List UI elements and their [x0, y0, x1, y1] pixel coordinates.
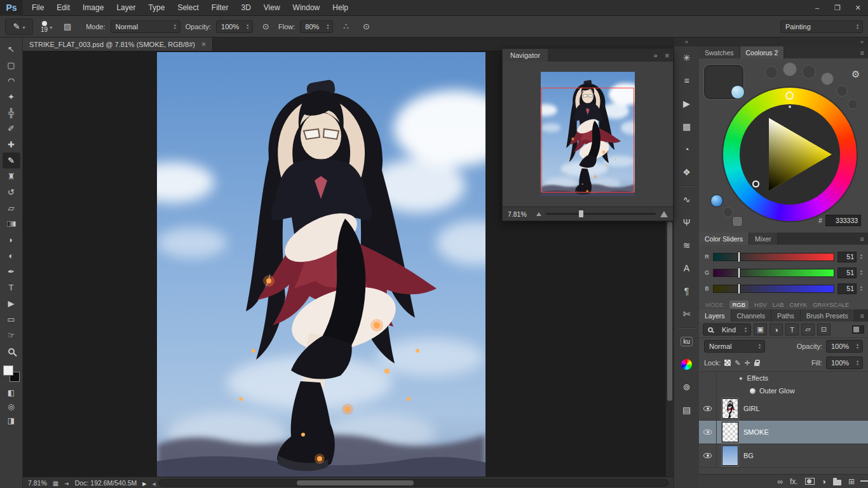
layer-row-smoke[interactable]: SMOKE	[699, 421, 868, 444]
layer-name[interactable]: GIRL	[743, 405, 760, 412]
outer-glow-row[interactable]: Outer Glow	[699, 384, 868, 397]
menu-type[interactable]: Type	[142, 1, 171, 15]
stepper-arrows-icon[interactable]	[860, 269, 863, 276]
layer-visibility-eye-icon[interactable]	[703, 430, 712, 435]
pen-tool[interactable]: ✒	[3, 264, 20, 280]
menu-view[interactable]: View	[257, 1, 287, 15]
tab-swatches[interactable]: Swatches	[699, 46, 740, 58]
fill-select[interactable]: 100%	[826, 356, 863, 369]
effects-row[interactable]: Effects	[699, 372, 868, 384]
menu-image[interactable]: Image	[76, 1, 110, 15]
layer-style-button[interactable]: fx.	[790, 477, 798, 486]
brush-tool[interactable]: ✎	[3, 152, 20, 168]
navigator-tab[interactable]: Navigator	[503, 49, 548, 62]
dock-icon-character[interactable]: A	[677, 259, 697, 277]
red-slider[interactable]	[713, 253, 834, 261]
eraser-tool[interactable]: ▱	[3, 200, 20, 216]
shape-tool[interactable]: ▭	[3, 311, 20, 327]
add-layer-mask-button[interactable]	[805, 478, 815, 485]
navigator-preview[interactable]	[541, 72, 635, 196]
filter-adjustment-layers-button[interactable]: ◑	[770, 323, 783, 336]
sphere-preview-swatch[interactable]	[710, 194, 723, 207]
tab-coolorus[interactable]: Coolorus 2	[740, 46, 785, 58]
dock-icon-clone-source[interactable]: ✄	[677, 305, 697, 323]
layer-visibility-eye-icon[interactable]	[703, 453, 712, 458]
color-swatches[interactable]	[3, 365, 20, 382]
layer-row-bg[interactable]: BG	[699, 444, 868, 468]
saturation-triangle[interactable]	[740, 105, 839, 204]
minimize-button[interactable]: –	[807, 1, 827, 15]
stepper-arrows-icon[interactable]	[860, 254, 863, 260]
lasso-tool[interactable]: ◠	[3, 73, 20, 89]
green-slider-thumb[interactable]	[738, 268, 740, 278]
link-layers-button[interactable]: ∞	[777, 477, 783, 486]
lock-transparency-icon[interactable]	[724, 360, 731, 366]
eyedropper-tool[interactable]: ✐	[3, 121, 20, 137]
screen-mode-button[interactable]: ◨	[3, 414, 20, 428]
layer-thumbnail[interactable]	[722, 445, 738, 466]
collapse-dock-icon[interactable]	[699, 37, 868, 46]
filter-pixel-layers-button[interactable]: ▣	[754, 323, 767, 336]
tab-color-sliders[interactable]: Color Sliders	[699, 233, 749, 245]
menu-edit[interactable]: Edit	[50, 1, 76, 15]
color-marker[interactable]	[752, 180, 759, 187]
panel-menu-icon[interactable]	[661, 49, 673, 62]
menu-3d[interactable]: 3D	[234, 1, 257, 15]
mode-hsv[interactable]: HSV	[754, 301, 767, 308]
tab-channels[interactable]: Channels	[731, 309, 771, 322]
blur-tool[interactable]: ◗	[3, 232, 20, 248]
blue-slider-thumb[interactable]	[738, 283, 740, 294]
marquee-tool[interactable]: ▢	[3, 57, 20, 73]
dock-icon-color-themes[interactable]	[677, 355, 697, 373]
hue-marker[interactable]	[785, 92, 794, 100]
dock-icon-kuler[interactable]: ku	[677, 332, 697, 350]
color-variation-swatch[interactable]	[802, 65, 816, 79]
restore-button[interactable]: ❐	[827, 1, 848, 15]
rounded-swatch[interactable]	[732, 216, 743, 227]
navigator-zoom-field[interactable]: 7.81%	[508, 210, 532, 218]
scroll-left-icon[interactable]	[152, 479, 155, 487]
tab-mixer[interactable]: Mixer	[749, 233, 778, 245]
move-tool[interactable]: ↖	[3, 41, 20, 57]
lock-position-icon[interactable]: ✛	[745, 360, 750, 367]
healing-brush-tool[interactable]: ✚	[3, 137, 20, 152]
menu-filter[interactable]: Filter	[205, 1, 235, 15]
magic-wand-tool[interactable]: ✦	[3, 89, 20, 105]
horizontal-scrollbar-thumb[interactable]	[297, 480, 414, 485]
mode-lab[interactable]: LAB	[773, 301, 784, 308]
blend-mode-select[interactable]: Normal	[111, 20, 180, 33]
green-value-field[interactable]: 51	[837, 268, 857, 278]
dock-icon-mini-bridge[interactable]: ⊚	[677, 378, 697, 396]
publish-status-icon[interactable]	[64, 479, 69, 487]
status-expand-icon[interactable]	[142, 479, 146, 487]
tab-brush-presets[interactable]: Brush Presets	[801, 309, 855, 322]
filter-type-layers-button[interactable]: T	[785, 323, 799, 336]
workspace-select[interactable]: Painting	[780, 20, 863, 33]
hex-color-field[interactable]: 333333	[825, 215, 861, 226]
red-value-field[interactable]: 51	[837, 252, 857, 262]
mode-cmyk[interactable]: CMYK	[790, 301, 807, 308]
dock-icon-tool-presets[interactable]: Ψ	[677, 214, 697, 231]
dodge-tool[interactable]: ◐	[3, 248, 20, 264]
layer-thumbnail[interactable]	[722, 422, 738, 442]
expand-dock-icon[interactable]	[674, 37, 699, 46]
menu-layer[interactable]: Layer	[110, 1, 142, 15]
brush-preset-picker[interactable]: 19	[38, 20, 55, 34]
dock-icon-styles[interactable]: ❖	[677, 163, 697, 181]
color-variation-swatch[interactable]	[836, 85, 848, 97]
document-canvas[interactable]	[157, 52, 485, 477]
horizontal-scrollbar[interactable]	[152, 477, 668, 488]
dock-icon-brush-presets[interactable]: ≡	[677, 72, 697, 90]
panel-menu-icon[interactable]	[857, 309, 868, 322]
grid-status-icon[interactable]	[53, 479, 58, 487]
quick-mask-button[interactable]: ◎	[3, 400, 20, 414]
path-selection-tool[interactable]: ▶	[3, 295, 20, 311]
dock-icon-paragraph[interactable]: ¶	[677, 282, 697, 300]
zoom-out-icon[interactable]	[536, 212, 541, 216]
gray-swatch[interactable]	[723, 207, 733, 217]
zoom-level-field[interactable]: 7.81%	[28, 479, 47, 487]
layer-visibility-eye-icon[interactable]	[703, 406, 712, 411]
menu-file[interactable]: File	[25, 1, 50, 15]
filter-kind-select[interactable]: Kind	[703, 323, 751, 336]
dock-icon-masks[interactable]: ◔	[677, 140, 697, 158]
